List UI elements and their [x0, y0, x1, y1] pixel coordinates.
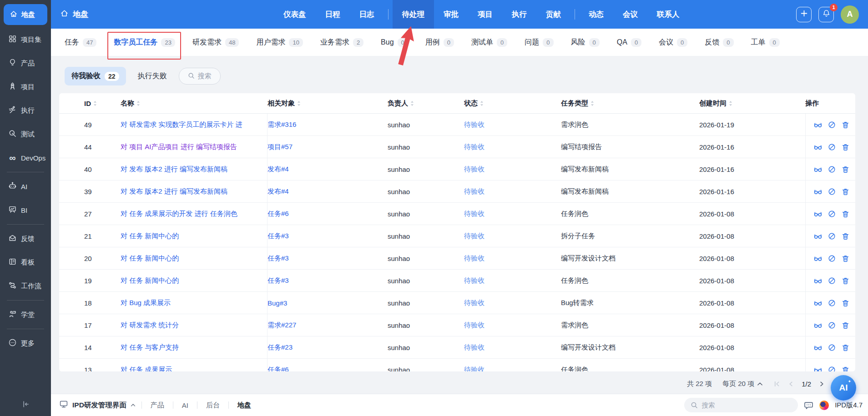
sidebar-item-academy[interactable]: 学堂: [0, 303, 51, 326]
sidebar-item-workflow[interactable]: 工作流: [0, 274, 51, 298]
related-object-link[interactable]: 需求#316: [267, 120, 296, 129]
sidebar-item-program[interactable]: 项目集: [0, 28, 51, 51]
sidebar-item-feedback[interactable]: 反馈: [0, 227, 51, 251]
task-name-link[interactable]: 对 任务 新闻中心的: [121, 232, 179, 241]
bottom-nav-ai[interactable]: AI: [179, 401, 191, 409]
related-object-link[interactable]: 任务#6: [267, 366, 289, 372]
review-icon[interactable]: [813, 298, 823, 307]
column-header[interactable]: 负责人: [388, 93, 464, 113]
delete-icon[interactable]: [841, 254, 850, 263]
sidebar-item-test[interactable]: 测试: [0, 122, 51, 146]
review-icon[interactable]: [813, 165, 823, 174]
related-object-link[interactable]: 任务#3: [267, 232, 289, 241]
nav-calendar[interactable]: 日程: [316, 0, 350, 29]
task-name-link[interactable]: 对 任务 新闻中心的: [121, 276, 179, 285]
app-title[interactable]: 地盘: [60, 9, 88, 20]
module-tab[interactable]: 风险 0: [571, 38, 600, 47]
create-button[interactable]: [796, 7, 812, 22]
sort-icon[interactable]: [729, 100, 732, 106]
column-header[interactable]: 状态: [464, 93, 561, 113]
task-name-link[interactable]: 对 研发需求 统计分: [121, 321, 179, 330]
module-tab[interactable]: 数字员工任务 23: [114, 38, 175, 47]
related-object-link[interactable]: 任务#3: [267, 254, 289, 263]
delete-icon[interactable]: [841, 299, 850, 307]
sidebar-item-ai[interactable]: AI: [0, 175, 51, 198]
related-object-link[interactable]: 任务#6: [267, 210, 289, 218]
review-icon[interactable]: [813, 254, 823, 263]
nav-todo[interactable]: 待处理: [393, 0, 434, 29]
column-header[interactable]: 名称: [121, 93, 267, 113]
module-tab[interactable]: QA 0: [617, 38, 641, 47]
feedback-chat-icon[interactable]: [804, 401, 813, 410]
related-object-link[interactable]: 需求#227: [267, 321, 296, 330]
task-name-link[interactable]: 对 Bug 成果展示: [121, 299, 171, 307]
page-size-select[interactable]: 每页 20 项: [722, 380, 763, 388]
module-tab[interactable]: 用户需求 10: [256, 38, 303, 47]
task-name-link[interactable]: 对 任务 新闻中心的: [121, 254, 179, 263]
notifications-button[interactable]: 1: [818, 7, 834, 22]
review-icon[interactable]: [813, 209, 823, 218]
review-icon[interactable]: [813, 187, 823, 196]
delete-icon[interactable]: [841, 120, 850, 129]
module-tab[interactable]: 研发需求 48: [192, 38, 239, 47]
sort-icon[interactable]: [590, 100, 594, 106]
nav-approval[interactable]: 审批: [434, 0, 468, 29]
related-object-link[interactable]: 任务#23: [267, 343, 293, 352]
task-name-link[interactable]: 对 任务 成果展示的开发 进行 任务润色: [121, 210, 237, 218]
delete-icon[interactable]: [841, 210, 850, 218]
column-header[interactable]: 相关对象: [267, 93, 388, 113]
task-name-link[interactable]: 对 任务 与客户支持: [121, 343, 179, 352]
related-object-link[interactable]: 项目#57: [267, 143, 293, 151]
cancel-icon[interactable]: [828, 343, 836, 352]
nav-project[interactable]: 项目: [468, 0, 502, 29]
sort-icon[interactable]: [480, 100, 484, 106]
related-object-link[interactable]: 发布#4: [267, 165, 289, 174]
task-name-link[interactable]: 对 研发需求 实现数字员工的展示卡片 进: [121, 120, 242, 129]
cancel-icon[interactable]: [828, 187, 836, 196]
sidebar-item-kanban[interactable]: 看板: [0, 251, 51, 274]
delete-icon[interactable]: [841, 187, 850, 196]
first-page-button[interactable]: [773, 381, 780, 387]
cancel-icon[interactable]: [828, 232, 836, 241]
cancel-icon[interactable]: [828, 143, 836, 151]
nav-contacts[interactable]: 联系人: [647, 0, 689, 29]
nav-log[interactable]: 日志: [350, 0, 384, 29]
avatar[interactable]: A: [841, 5, 859, 24]
module-tab[interactable]: 反馈 0: [705, 38, 733, 47]
delete-icon[interactable]: [841, 232, 850, 241]
column-header[interactable]: 任务类型: [561, 93, 699, 113]
sort-icon[interactable]: [297, 100, 301, 106]
table-search-button[interactable]: 搜索: [179, 68, 221, 85]
sidebar-item-project[interactable]: 项目: [0, 75, 51, 99]
delete-icon[interactable]: [841, 366, 850, 372]
task-name-link[interactable]: 对 发布 版本2 进行 编写发布新闻稿: [121, 165, 227, 174]
column-header[interactable]: 创建时间: [699, 93, 805, 113]
nav-contribution[interactable]: 贡献: [536, 0, 570, 29]
related-object-link[interactable]: 发布#4: [267, 187, 289, 196]
nav-execution[interactable]: 执行: [502, 0, 536, 29]
cancel-icon[interactable]: [828, 321, 836, 330]
cancel-icon[interactable]: [828, 276, 836, 285]
sidebar-item-product[interactable]: 产品: [0, 51, 51, 75]
review-icon[interactable]: [813, 142, 823, 151]
module-tab[interactable]: 测试单 0: [471, 38, 507, 47]
cancel-icon[interactable]: [828, 299, 836, 307]
nav-meeting[interactable]: 会议: [613, 0, 647, 29]
bottom-nav-admin[interactable]: 后台: [203, 401, 222, 410]
sort-icon[interactable]: [136, 100, 140, 106]
cancel-icon[interactable]: [828, 210, 836, 218]
cancel-icon[interactable]: [828, 366, 836, 372]
workspace-switcher[interactable]: IPD研发管理界面: [59, 400, 136, 411]
related-object-link[interactable]: Bug#3: [267, 299, 287, 307]
sidebar-item-dashboard[interactable]: 地盘: [4, 4, 47, 25]
task-name-link[interactable]: 对 发布 版本2 进行 编写发布新闻稿: [121, 187, 227, 196]
review-icon[interactable]: [813, 120, 823, 129]
next-page-button[interactable]: [819, 381, 825, 387]
cancel-icon[interactable]: [828, 165, 836, 174]
sidebar-collapse-button[interactable]: [0, 400, 51, 411]
module-tab[interactable]: Bug 0: [381, 38, 408, 47]
review-icon[interactable]: [813, 276, 823, 285]
review-icon[interactable]: [813, 321, 823, 330]
delete-icon[interactable]: [841, 321, 850, 330]
delete-icon[interactable]: [841, 343, 850, 352]
